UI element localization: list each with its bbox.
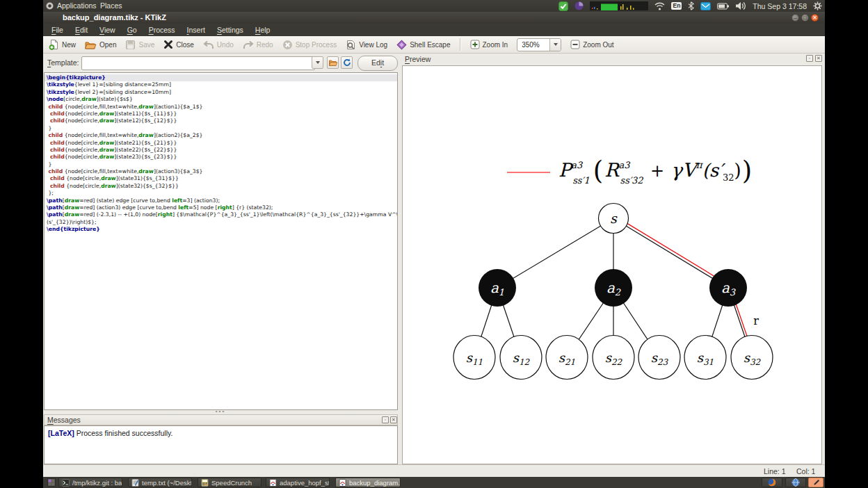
menu-file[interactable]: File [51,26,63,34]
menu-go[interactable]: Go [127,26,137,34]
battery-icon[interactable] [717,3,729,10]
menu-help[interactable]: Help [255,26,271,34]
code-line: \tikzstyle{level 2}=[sibling distance=10… [47,89,397,96]
code-line: child{node[circle,draw](state21){$s_{21}… [47,140,397,147]
minimize-button[interactable]: – [791,14,799,22]
code-line: \node[circle,draw](state){$s$} [47,96,397,103]
zoom-out-icon [570,40,580,49]
task-speedcrunch[interactable]: SpeedCrunch [198,478,262,487]
code-editor[interactable]: \begin{tikzpicture}\tikzstyle{level 1}=[… [44,72,398,410]
code-line: child{node[circle,draw](state12){$s_{12}… [47,117,397,124]
template-bar: Template: Edit [43,54,398,72]
zoom-level-combobox[interactable]: 350% [517,38,561,51]
session-gear-icon[interactable] [813,1,822,10]
shell-escape-button[interactable]: Shell Escape [396,40,450,50]
text-editor-icon [131,479,139,487]
menu-view[interactable]: View [99,26,115,34]
zoom-in-button[interactable]: Zoom In [470,40,508,49]
time-tracker-icon[interactable] [574,1,584,10]
code-line: \end{tikzpicture} [47,226,397,233]
new-button[interactable]: New [49,39,76,50]
close-panel-icon[interactable]: ✕ [390,416,397,423]
code-area: \begin{tikzpicture}\tikzstyle{level 1}=[… [45,73,397,234]
distributor-logo-icon[interactable] [46,2,54,10]
zoom-out-button[interactable]: Zoom Out [570,40,613,49]
close-x-icon [163,40,173,49]
code-line: } [47,161,397,168]
splitter-handle[interactable]: ••• [212,409,229,414]
code-line: child {node[circle,fill,text=white,draw]… [47,168,397,175]
status-line-indicator: Line: 1 [764,467,786,475]
stop-process-button[interactable]: Stop Process [282,40,337,50]
message-source-tag: [LaTeX] [48,429,74,437]
task-text-editor[interactable]: temp.txt (~/Desktop... [128,478,192,487]
template-edit-button[interactable]: Edit [357,56,398,71]
clock[interactable]: Thu Sep 3 17:58 [753,2,807,10]
status-col-indicator: Col: 1 [796,467,815,475]
zoom-level-value: 350% [517,41,549,49]
backup-status-icon[interactable] [558,1,568,11]
messages-dock-header: Messages ◦ ✕ [44,414,398,425]
menu-process[interactable]: Process [149,26,175,34]
task-adaptive-hopf[interactable]: adaptive_hopf_struc... [266,478,330,487]
code-line: child {node[circle,draw](state31){$s_{31… [47,175,397,182]
zoom-level-dropdown-button[interactable] [549,39,561,51]
volume-icon[interactable] [735,1,746,10]
applications-menu[interactable]: Applications [57,1,97,10]
template-input[interactable] [81,56,315,70]
redo-button[interactable]: Redo [243,40,273,49]
save-button[interactable]: Save [125,40,154,50]
menu-settings[interactable]: Settings [217,26,243,34]
ktikz-icon [339,479,346,487]
preview-dock-header: Preview ◦ ✕ [402,54,823,65]
mail-icon[interactable] [700,2,711,10]
taskbar-browser-button[interactable] [785,478,806,487]
code-line: child {node[circle,draw](state32){$s_{32… [47,183,397,190]
code-line: (s'_{32})\right)$}; [47,219,397,226]
tikz-preview-diagram: Pa3ss′1(Ra3ss′32 + γVπ(s′32)) [403,66,821,464]
preview-canvas[interactable]: Pa3ss′1(Ra3ss′32 + γVπ(s′32)) [402,65,822,464]
code-line: \path[draw=red] (action3) edge [curve to… [47,204,397,211]
wifi-icon[interactable] [654,2,665,10]
places-menu[interactable]: Places [100,1,122,10]
stop-icon [282,40,293,50]
undo-arrow-icon [203,40,214,49]
system-monitor-graph[interactable] [590,1,648,10]
messages-log[interactable]: [LaTeX] Process finished successfully. [44,425,398,464]
firefox-icon [768,478,776,487]
redo-arrow-icon [243,40,254,49]
menubar: File Edit View Go Process Insert Setting… [43,24,825,36]
float-panel-icon[interactable]: ◦ [382,416,389,423]
close-window-button[interactable]: ✕ [811,14,819,22]
chevron-down-icon [554,43,558,46]
template-reload-button[interactable] [341,56,353,69]
undo-button[interactable]: Undo [203,40,234,49]
red-edge-s-a3 [615,215,730,285]
window-titlebar[interactable]: backup_diagram.tikz - KTikZ – □ ✕ [43,12,825,24]
open-button[interactable]: Open [85,40,116,50]
taskbar-firefox-button[interactable] [762,478,782,487]
maximize-button[interactable]: □ [801,14,809,22]
task-terminal[interactable]: /tmp/ktikz.git : bash ... [58,478,122,487]
code-line: \tikzstyle{level 1}=[sibling distance=25… [47,81,397,88]
close-file-button[interactable]: Close [163,40,194,49]
taskbar-notes-button[interactable] [808,478,823,487]
keyboard-layout-indicator[interactable]: En [671,2,682,10]
top-panel: Applications Places En Thu Sep 3 17:58 [43,0,825,12]
template-open-folder-button[interactable] [327,56,339,69]
globe-icon [791,478,800,487]
view-log-icon [346,40,356,50]
message-text: Process finished successfully. [74,429,173,437]
folder-icon [329,59,337,66]
close-panel-icon[interactable]: ✕ [815,55,822,62]
float-panel-icon[interactable]: ◦ [806,55,813,62]
template-dropdown-button[interactable] [312,56,323,69]
menu-insert[interactable]: Insert [187,26,205,34]
refresh-icon [343,58,351,67]
bluetooth-icon[interactable] [688,1,694,10]
view-log-button[interactable]: View Log [346,40,387,50]
workspace-applet-icon[interactable] [47,478,56,487]
menu-edit[interactable]: Edit [75,26,88,34]
task-backup-diagram[interactable]: backup_diagram.tikz ... [335,478,401,487]
code-line: \path[draw=red] (state) edge [curve to,b… [47,197,397,204]
